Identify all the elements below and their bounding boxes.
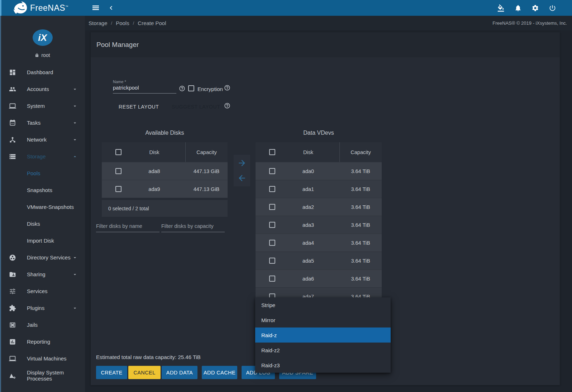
sidebar: iX root Dashboard Accounts System Tasks … bbox=[0, 16, 85, 392]
table-row[interactable]: ada6 3.64 TiB bbox=[256, 269, 382, 287]
filter-disks-by-capacity-input[interactable] bbox=[161, 223, 225, 232]
sidebar-item-network[interactable]: Network bbox=[0, 131, 85, 148]
move-left-icon[interactable] bbox=[237, 173, 247, 183]
theme-fill-icon[interactable] bbox=[497, 4, 505, 12]
disk-column-header: Disk bbox=[123, 149, 185, 155]
row-checkbox[interactable] bbox=[269, 222, 275, 228]
sidebar-item-pools[interactable]: Pools bbox=[0, 165, 85, 182]
pool-name-input[interactable] bbox=[113, 84, 176, 94]
top-bar: FreeNAS™ bbox=[0, 0, 572, 16]
copyright-text: FreeNAS® © 2019 - iXsystems, Inc. bbox=[492, 20, 567, 26]
sidebar-item-system[interactable]: System bbox=[0, 97, 85, 114]
cancel-button[interactable]: CANCEL bbox=[128, 366, 161, 379]
menu-icon[interactable] bbox=[91, 4, 100, 12]
settings-icon[interactable] bbox=[532, 4, 539, 12]
select-all-checkbox[interactable] bbox=[269, 149, 275, 155]
processes-icon bbox=[9, 372, 16, 379]
chevron-down-icon bbox=[72, 305, 78, 311]
sidebar-item-services[interactable]: Services bbox=[0, 283, 85, 300]
network-hub-icon bbox=[9, 136, 16, 143]
sidebar-item-storage[interactable]: Storage bbox=[0, 148, 85, 165]
dropdown-option-mirror[interactable]: Mirror bbox=[255, 312, 391, 328]
pool-manager-card: Pool Manager Name * Encryption RESET LAY… bbox=[91, 32, 560, 385]
chevron-down-icon bbox=[72, 137, 78, 143]
breadcrumb-pools[interactable]: Pools bbox=[116, 20, 129, 26]
row-checkbox[interactable] bbox=[269, 240, 275, 246]
reset-layout-button[interactable]: RESET LAYOUT bbox=[114, 101, 164, 113]
row-checkbox[interactable] bbox=[269, 204, 275, 210]
window-edge-accent-top bbox=[0, 0, 1, 16]
sidebar-item-disks[interactable]: Disks bbox=[0, 215, 85, 232]
sidebar-nav: Dashboard Accounts System Tasks Network … bbox=[0, 64, 85, 384]
filter-disks-by-name-input[interactable] bbox=[96, 223, 159, 232]
sidebar-item-sharing[interactable]: Sharing bbox=[0, 266, 85, 283]
layout-help-icon[interactable] bbox=[224, 102, 230, 109]
notifications-icon[interactable] bbox=[514, 4, 522, 12]
sidebar-item-plugins[interactable]: Plugins bbox=[0, 300, 85, 316]
sidebar-item-tasks[interactable]: Tasks bbox=[0, 114, 85, 131]
bar-chart-icon bbox=[9, 338, 16, 345]
chevron-down-icon bbox=[72, 272, 78, 277]
table-row[interactable]: ada8 447.13 GiB bbox=[102, 162, 228, 180]
name-help-icon[interactable] bbox=[179, 85, 185, 92]
row-checkbox[interactable] bbox=[269, 258, 275, 264]
sidebar-item-dashboard[interactable]: Dashboard bbox=[0, 64, 85, 81]
power-icon[interactable] bbox=[549, 4, 556, 12]
table-row[interactable]: ada9 447.13 GiB bbox=[102, 180, 228, 198]
page-title: Pool Manager bbox=[91, 32, 560, 57]
folder-shared-icon bbox=[9, 271, 16, 278]
chevron-down-icon bbox=[72, 255, 78, 260]
encryption-label: Encryption bbox=[197, 86, 223, 92]
data-vdevs-table: Disk Capacity ada0 3.64 TiB ada1 3.64 Ti… bbox=[256, 142, 382, 305]
breadcrumb-create-pool[interactable]: Create Pool bbox=[138, 20, 166, 26]
laptop-icon bbox=[9, 102, 16, 110]
content-area: Storage / Pools / Create Pool FreeNAS® ©… bbox=[85, 16, 572, 392]
table-header-row: Disk Capacity bbox=[256, 142, 382, 162]
people-icon bbox=[9, 86, 16, 93]
capacity-column-header: Capacity bbox=[185, 142, 228, 162]
create-button[interactable]: CREATE bbox=[96, 366, 127, 379]
select-all-checkbox[interactable] bbox=[115, 149, 121, 155]
sidebar-item-snapshots[interactable]: Snapshots bbox=[0, 182, 85, 199]
row-checkbox[interactable] bbox=[115, 168, 121, 174]
breadcrumb-storage[interactable]: Storage bbox=[89, 20, 108, 26]
dropdown-option-stripe[interactable]: Stripe bbox=[255, 297, 391, 312]
encryption-checkbox[interactable] bbox=[188, 85, 194, 91]
selection-summary: 0 selected / 2 total bbox=[102, 200, 228, 217]
table-row[interactable]: ada5 3.64 TiB bbox=[256, 252, 382, 269]
user-name: root bbox=[41, 52, 50, 58]
group-work-icon bbox=[9, 254, 16, 261]
sidebar-item-virtual-machines[interactable]: Virtual Machines bbox=[0, 350, 85, 367]
calendar-icon bbox=[9, 119, 16, 126]
ix-logo: iX bbox=[33, 29, 53, 46]
sidebar-item-jails[interactable]: Jails bbox=[0, 316, 85, 333]
chevron-down-icon bbox=[72, 86, 78, 92]
add-data-button[interactable]: ADD DATA bbox=[162, 366, 197, 379]
sidebar-item-vmware-snapshots[interactable]: VMware-Snapshots bbox=[0, 199, 85, 215]
row-checkbox[interactable] bbox=[269, 186, 275, 192]
table-row[interactable]: ada1 3.64 TiB bbox=[256, 180, 382, 198]
dropdown-option-raid-z[interactable]: Raid-z bbox=[255, 328, 391, 343]
table-row[interactable]: ada2 3.64 TiB bbox=[256, 198, 382, 216]
move-right-icon[interactable] bbox=[237, 158, 247, 168]
sidebar-item-display-system-processes[interactable]: Display System Processes bbox=[0, 367, 85, 384]
table-row[interactable]: ada0 3.64 TiB bbox=[256, 162, 382, 180]
suggest-layout-button[interactable]: SUGGEST LAYOUT bbox=[167, 101, 225, 113]
add-cache-button[interactable]: ADD CACHE bbox=[202, 366, 237, 379]
table-row[interactable]: ada3 3.64 TiB bbox=[256, 216, 382, 234]
row-checkbox[interactable] bbox=[269, 168, 275, 174]
encryption-help-icon[interactable] bbox=[224, 85, 230, 91]
sidebar-item-import-disk[interactable]: Import Disk bbox=[0, 232, 85, 249]
sidebar-item-reporting[interactable]: Reporting bbox=[0, 333, 85, 350]
sidebar-item-directory-services[interactable]: Directory Services bbox=[0, 249, 85, 266]
table-row[interactable]: ada4 3.64 TiB bbox=[256, 234, 382, 252]
transfer-arrows-panel bbox=[234, 155, 250, 186]
dropdown-option-raid-z2[interactable]: Raid-z2 bbox=[255, 343, 391, 358]
row-checkbox[interactable] bbox=[115, 186, 121, 192]
chevron-up-icon bbox=[72, 154, 78, 159]
back-icon[interactable] bbox=[107, 4, 115, 12]
lock-icon bbox=[35, 53, 39, 57]
sidebar-item-accounts[interactable]: Accounts bbox=[0, 81, 85, 97]
row-checkbox[interactable] bbox=[269, 276, 275, 282]
dropdown-option-raid-z3[interactable]: Raid-z3 bbox=[255, 358, 391, 373]
